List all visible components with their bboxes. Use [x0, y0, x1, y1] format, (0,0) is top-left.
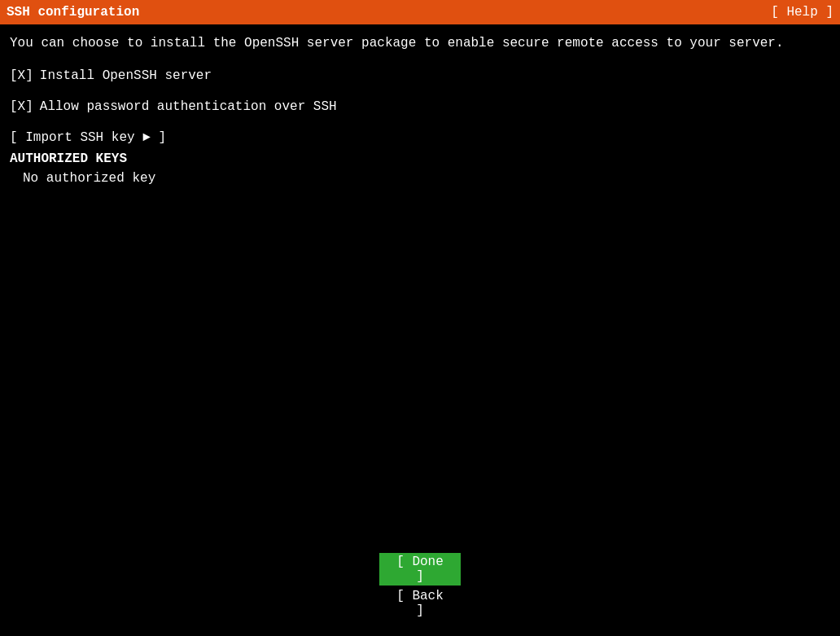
- title-text: SSH configuration: [7, 5, 139, 20]
- allow-password-auth-label: Allow password authentication over SSH: [40, 99, 337, 114]
- main-content: You can choose to install the OpenSSH se…: [0, 24, 840, 195]
- allow-password-auth-checkbox[interactable]: [X]: [10, 99, 33, 114]
- done-button[interactable]: [ Done ]: [379, 553, 461, 586]
- import-ssh-key-button[interactable]: [ Import SSH key ► ]: [10, 130, 830, 145]
- allow-password-auth-row[interactable]: [X] Allow password authentication over S…: [10, 99, 830, 114]
- description-text: You can choose to install the OpenSSH se…: [10, 34, 830, 52]
- authorized-keys-label: AUTHORIZED KEYS: [10, 151, 830, 166]
- back-button[interactable]: [ Back ]: [379, 587, 461, 620]
- authorized-keys-section: AUTHORIZED KEYS No authorized key: [10, 151, 830, 186]
- install-openssh-checkbox[interactable]: [X]: [10, 68, 33, 83]
- install-openssh-row[interactable]: [X] Install OpenSSH server: [10, 68, 830, 83]
- install-openssh-label: Install OpenSSH server: [40, 68, 212, 83]
- title-bar: SSH configuration [ Help ]: [0, 0, 840, 24]
- help-button[interactable]: [ Help ]: [771, 5, 833, 20]
- no-authorized-key-text: No authorized key: [10, 171, 830, 186]
- bottom-buttons: [ Done ] [ Back ]: [379, 553, 461, 620]
